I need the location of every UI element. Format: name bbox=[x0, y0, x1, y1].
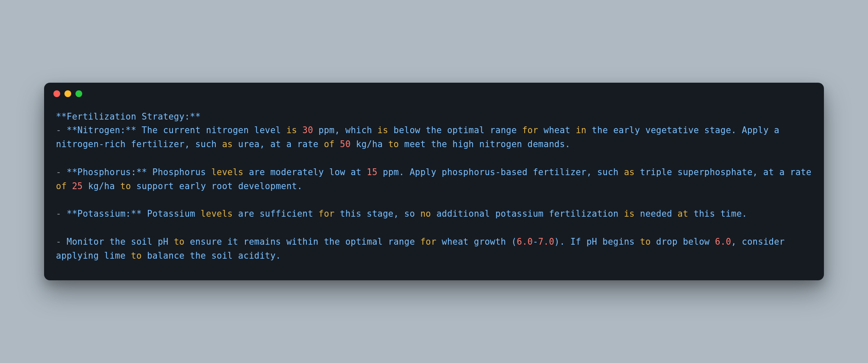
code-token: at bbox=[678, 209, 688, 219]
code-token: needed bbox=[634, 209, 677, 219]
code-token: triple superphosphate, at a rate bbox=[634, 167, 817, 177]
code-token: are moderately low at bbox=[244, 167, 367, 177]
code-token: for bbox=[319, 209, 335, 219]
code-token: as bbox=[624, 167, 634, 177]
code-token: - bbox=[56, 167, 67, 177]
code-token: balance the soil acidity. bbox=[142, 251, 281, 261]
code-token: - bbox=[533, 237, 538, 247]
window-titlebar bbox=[44, 83, 824, 97]
code-token: **Phosphorus:** bbox=[67, 167, 147, 177]
code-token: urea, at a rate bbox=[233, 139, 324, 149]
close-icon[interactable] bbox=[53, 90, 60, 97]
code-token: wheat growth ( bbox=[437, 237, 517, 247]
code-content: **Fertilization Strategy:** - **Nitrogen… bbox=[44, 97, 824, 281]
code-token: is bbox=[378, 125, 388, 135]
code-token: meet the high nitrogen demands. bbox=[399, 139, 570, 149]
code-token: this stage, so bbox=[334, 209, 420, 219]
maximize-icon[interactable] bbox=[75, 90, 82, 97]
code-token: - bbox=[56, 209, 67, 219]
code-token: support early root development. bbox=[131, 181, 303, 191]
code-token: 15 bbox=[367, 167, 377, 177]
code-token: Phosphorus bbox=[147, 167, 211, 177]
code-token: kg/ha bbox=[351, 139, 388, 149]
code-token: to bbox=[174, 237, 184, 247]
code-token: is bbox=[624, 209, 634, 219]
code-token: 30 bbox=[303, 125, 313, 135]
code-token: The current nitrogen level bbox=[136, 125, 287, 135]
code-token: Potassium bbox=[142, 209, 200, 219]
code-token: this time. bbox=[688, 209, 747, 219]
code-token: for bbox=[420, 237, 437, 247]
code-token: for bbox=[522, 125, 538, 135]
code-token: of bbox=[56, 181, 67, 191]
code-token: - bbox=[56, 237, 67, 247]
code-token: wheat bbox=[538, 125, 576, 135]
code-token: as bbox=[222, 139, 233, 149]
code-token: ensure it remains within the optimal ran… bbox=[184, 237, 420, 247]
code-token: to bbox=[120, 181, 131, 191]
code-token bbox=[334, 139, 340, 149]
code-token: - bbox=[56, 125, 67, 135]
code-token: is bbox=[287, 125, 297, 135]
code-token: Monitor the soil pH bbox=[67, 237, 174, 247]
code-token: levels bbox=[211, 167, 244, 177]
code-token: **Potassium:** bbox=[67, 209, 142, 219]
code-token: to bbox=[388, 139, 399, 149]
code-token: 6.0 bbox=[517, 237, 533, 247]
code-token: **Nitrogen:** bbox=[67, 125, 136, 135]
code-token: no bbox=[420, 209, 431, 219]
code-token: drop below bbox=[651, 237, 715, 247]
code-token bbox=[67, 181, 72, 191]
code-token bbox=[297, 125, 303, 135]
code-token: to bbox=[131, 251, 142, 261]
code-window: **Fertilization Strategy:** - **Nitrogen… bbox=[44, 83, 824, 281]
code-token: in bbox=[576, 125, 586, 135]
code-token: **Fertilization Strategy:** bbox=[56, 112, 200, 122]
code-token: to bbox=[640, 237, 651, 247]
code-token: ). If pH begins bbox=[554, 237, 640, 247]
code-token: ppm, which bbox=[313, 125, 378, 135]
minimize-icon[interactable] bbox=[64, 90, 71, 97]
code-token: additional potassium fertilization bbox=[431, 209, 624, 219]
code-token: are sufficient bbox=[233, 209, 318, 219]
code-token: 25 bbox=[72, 181, 83, 191]
code-token: levels bbox=[200, 209, 233, 219]
code-token: below the optimal range bbox=[388, 125, 522, 135]
code-token: 6.0 bbox=[715, 237, 731, 247]
code-token: 50 bbox=[340, 139, 351, 149]
code-token: ppm. Apply phosphorus-based fertilizer, … bbox=[378, 167, 624, 177]
code-token: 7.0 bbox=[538, 237, 554, 247]
code-token: of bbox=[324, 139, 334, 149]
code-token: kg/ha bbox=[83, 181, 120, 191]
